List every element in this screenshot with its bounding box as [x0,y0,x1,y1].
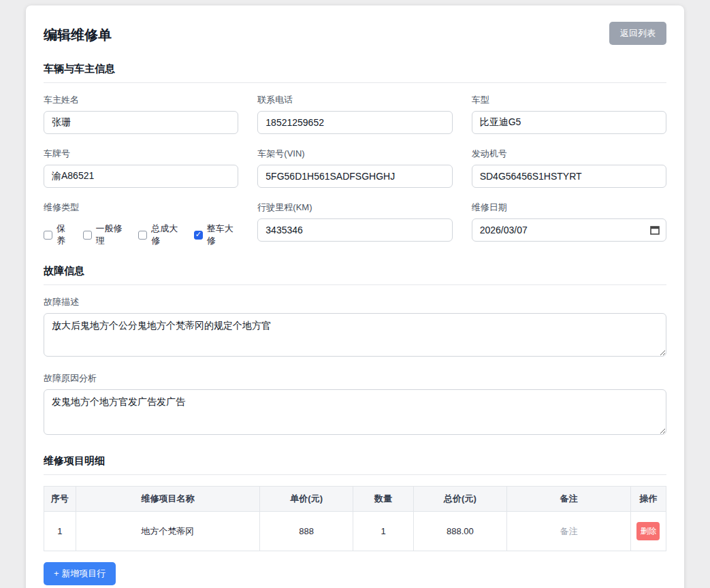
engine-no-input[interactable] [472,165,666,188]
model-input[interactable] [472,111,666,134]
vehicle-owner-section: 车辆与车主信息 车主姓名 联系电话 车型 车牌号 车架号(VIN) [44,63,666,247]
fault-description-label: 故障描述 [44,296,666,308]
repair-date-field-group: 维修日期 [472,201,666,247]
checkbox-assembly-overhaul-label: 总成大修 [151,223,183,247]
checkbox-assembly-overhaul[interactable] [138,231,147,240]
repair-items-section-title: 维修项目明细 [44,455,666,475]
vehicle-owner-section-title: 车辆与车主信息 [44,63,666,83]
row-index-cell: 1 [44,512,76,551]
owner-name-label: 车主姓名 [44,94,238,106]
plate-label: 车牌号 [44,148,238,160]
mileage-input[interactable] [257,218,452,242]
add-item-row-button[interactable]: + 新增项目行 [44,562,116,585]
plate-field-group: 车牌号 [44,148,238,188]
vin-label: 车架号(VIN) [257,148,452,160]
header-item-name: 维修项目名称 [76,487,260,512]
model-field-group: 车型 [472,94,666,134]
checkbox-maintenance[interactable] [44,231,52,240]
repair-type-option-maintenance[interactable]: 保养 [44,223,72,247]
item-name-input[interactable] [84,526,251,536]
checkbox-full-overhaul-label: 整车大修 [207,223,239,247]
fault-info-section: 故障信息 故障描述 放大后鬼地方个公分鬼地方个梵蒂冈的规定个地方官 故障原因分析… [44,265,666,437]
checkbox-maintenance-label: 保养 [57,223,72,247]
repair-type-group: 维修类型 保养 一般修理 总成大修 [44,201,238,247]
calendar-icon[interactable] [650,225,660,235]
model-label: 车型 [472,94,666,106]
fault-analysis-textarea[interactable]: 发鬼地方个地方官发广告发广告 [44,389,666,435]
checkbox-general-repair[interactable] [83,231,92,240]
repair-date-label: 维修日期 [472,201,666,214]
unit-price-input[interactable] [266,526,346,536]
fault-analysis-group: 故障原因分析 发鬼地方个地方官发广告发广告 [44,372,666,437]
phone-field-group: 联系电话 [257,94,452,134]
fault-description-group: 故障描述 放大后鬼地方个公分鬼地方个梵蒂冈的规定个地方官 [44,296,666,359]
mileage-label: 行驶里程(KM) [257,201,452,214]
page-header: 编辑维修单 返回列表 [44,22,666,45]
edit-repair-order-card: 编辑维修单 返回列表 车辆与车主信息 车主姓名 联系电话 车型 车牌号 [26,5,684,588]
header-operation: 操作 [630,487,666,512]
back-to-list-button[interactable]: 返回列表 [609,22,666,45]
owner-name-field-group: 车主姓名 [44,94,238,134]
repair-items-section: 维修项目明细 序号 维修项目名称 单价(元) 数量 总价(元) 备注 操作 [44,455,666,585]
engine-no-label: 发动机号 [472,148,666,160]
delete-row-button[interactable]: 删除 [636,522,660,540]
repair-items-table: 序号 维修项目名称 单价(元) 数量 总价(元) 备注 操作 1 888.00 [44,486,666,551]
engine-no-field-group: 发动机号 [472,148,666,188]
quantity-input[interactable] [359,526,408,536]
vin-field-group: 车架号(VIN) [257,148,452,188]
repair-type-option-general[interactable]: 一般修理 [83,223,128,247]
header-index: 序号 [44,487,76,512]
phone-label: 联系电话 [257,94,452,106]
header-total-price: 总价(元) [413,487,506,512]
checkbox-general-repair-label: 一般修理 [96,223,128,247]
table-row: 1 888.00 删除 [44,512,666,551]
checkbox-full-overhaul[interactable] [194,231,203,240]
table-header-row: 序号 维修项目名称 单价(元) 数量 总价(元) 备注 操作 [44,487,666,512]
repair-type-options: 保养 一般修理 总成大修 整车大修 [44,218,238,247]
plate-input[interactable] [44,165,238,188]
owner-name-input[interactable] [44,111,238,134]
fault-analysis-label: 故障原因分析 [44,372,666,385]
phone-input[interactable] [257,111,452,134]
vin-input[interactable] [257,165,452,188]
repair-type-label: 维修类型 [44,201,238,214]
remark-input[interactable] [514,526,623,536]
repair-type-option-assembly-overhaul[interactable]: 总成大修 [138,223,183,247]
header-remark: 备注 [506,487,630,512]
page-title: 编辑维修单 [44,22,112,44]
fault-info-section-title: 故障信息 [44,265,666,285]
header-unit-price: 单价(元) [260,487,353,512]
row-total-price-cell: 888.00 [413,512,506,551]
header-quantity: 数量 [353,487,414,512]
repair-date-input[interactable] [472,218,666,242]
fault-description-textarea[interactable]: 放大后鬼地方个公分鬼地方个梵蒂冈的规定个地方官 [44,313,666,357]
repair-type-option-full-overhaul[interactable]: 整车大修 [194,223,239,247]
mileage-field-group: 行驶里程(KM) [257,201,452,247]
